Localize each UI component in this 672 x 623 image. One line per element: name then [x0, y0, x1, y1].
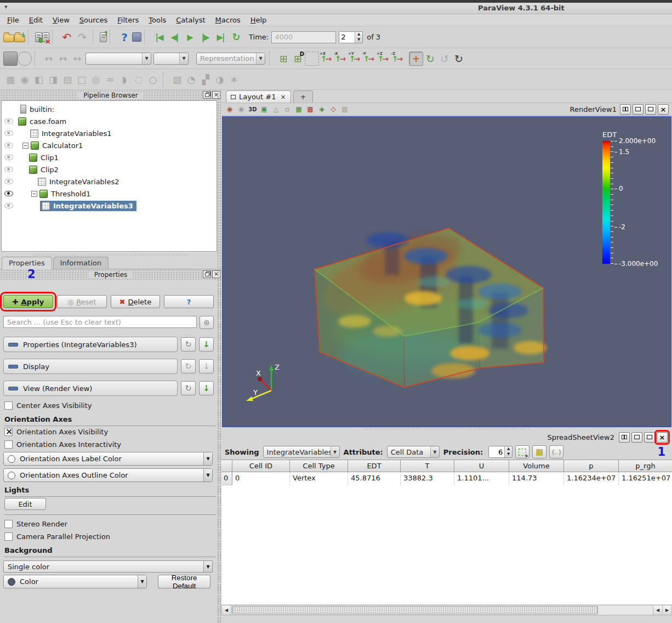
- pipeline-item-content[interactable]: IntegrateVariables1: [30, 129, 112, 138]
- oa-label-color-button[interactable]: Orientation Axes Label Color ▼: [3, 452, 213, 466]
- show-orientation-axes-icon[interactable]: +: [409, 52, 423, 66]
- probe-location-icon[interactable]: ◑: [213, 72, 227, 87]
- pipeline-item-content[interactable]: Clip1: [29, 154, 59, 162]
- next-frame-icon[interactable]: |▶: [197, 30, 213, 45]
- visibility-eye-icon[interactable]: [2, 131, 16, 136]
- pipeline-item-content[interactable]: Threshold1: [39, 190, 90, 198]
- save-screenshot-icon[interactable]: ▣: [259, 104, 269, 114]
- save-data-icon[interactable]: [14, 35, 25, 42]
- pipeline-splitter-handle[interactable]: [33, 253, 189, 257]
- play-icon[interactable]: ▶: [182, 30, 197, 45]
- menu-file[interactable]: File: [2, 15, 24, 25]
- warp-filter-icon[interactable]: ◗: [117, 72, 132, 87]
- spin-up-icon[interactable]: ▲: [355, 32, 362, 37]
- spin-down-icon[interactable]: ▼: [355, 37, 362, 43]
- edit-color-map-icon[interactable]: [18, 52, 32, 66]
- column-header-cell-id[interactable]: Cell ID: [232, 460, 290, 472]
- group-datasets-icon[interactable]: ◌: [132, 72, 146, 87]
- set-view-plus-z-icon[interactable]: ↑→+Z: [376, 52, 390, 66]
- pipeline-item-content[interactable]: Calculator1: [31, 141, 83, 150]
- pipeline-item[interactable]: IntegrateVariables2: [2, 175, 217, 188]
- rotate-90-icon[interactable]: ↻: [452, 52, 466, 66]
- reset-camera-icon[interactable]: ⊞: [276, 52, 291, 66]
- panel-splitter[interactable]: [217, 90, 221, 623]
- column-header-t[interactable]: T: [401, 460, 454, 472]
- rescale-to-data-range-icon[interactable]: ↔: [42, 52, 56, 66]
- chevron-down-icon[interactable]: ▼: [138, 575, 146, 588]
- color-by-component-combo[interactable]: ▼: [153, 53, 189, 65]
- column-header-u[interactable]: U: [454, 460, 509, 472]
- pipeline-item-content[interactable]: IntegrateVariables2: [38, 178, 119, 186]
- set-view-minus-x-icon[interactable]: ↑→-X: [333, 52, 348, 66]
- window-menu-icon[interactable]: ▾: [4, 3, 8, 10]
- select-items-button[interactable]: [515, 445, 529, 458]
- visibility-eye-icon[interactable]: [2, 203, 16, 208]
- background-mode-select[interactable]: Single color ▼: [3, 560, 213, 573]
- previous-frame-icon[interactable]: ◀|: [167, 30, 182, 45]
- first-frame-icon[interactable]: |◀: [151, 30, 167, 45]
- threshold-filter-icon[interactable]: ▤: [60, 72, 75, 87]
- background-color-button[interactable]: Color ▼: [3, 575, 147, 588]
- toggle-column-visibility-button[interactable]: ▦: [532, 445, 546, 458]
- select-surface-points-icon[interactable]: ▫: [282, 104, 292, 114]
- loop-icon[interactable]: ↻: [228, 30, 243, 45]
- tree-expander-icon[interactable]: −: [22, 143, 29, 149]
- glyph-filter-icon[interactable]: ◎: [89, 72, 103, 87]
- pipeline-item-content[interactable]: case.foam: [18, 117, 66, 126]
- edit-lights-button[interactable]: Edit: [4, 498, 46, 510]
- tab-layout1[interactable]: Layout #1 ×: [226, 90, 291, 103]
- reset-defaults-disabled-icon[interactable]: ↻: [181, 359, 196, 373]
- last-frame-icon[interactable]: ▶|: [213, 30, 228, 45]
- showing-select[interactable]: IntegrateVariables2▼: [263, 446, 340, 458]
- table-cell[interactable]: 33882.3: [401, 472, 454, 485]
- capture-screenshot-icon[interactable]: ◉: [236, 104, 246, 114]
- center-axes-visibility-checkbox[interactable]: Center Axes Visibility: [4, 401, 92, 410]
- time-value-input[interactable]: [271, 31, 336, 43]
- frame-spin-arrows[interactable]: ▲▼: [355, 32, 362, 43]
- menu-sources[interactable]: Sources: [75, 15, 112, 25]
- horizontal-scrollbar[interactable]: ◀ ◀ ▶: [221, 605, 672, 615]
- zoom-to-data-icon[interactable]: [305, 52, 319, 66]
- help-properties-button[interactable]: ?: [164, 295, 214, 308]
- tree-expander-icon[interactable]: −: [31, 191, 37, 197]
- set-view-plus-y-icon[interactable]: ↑→+Y: [348, 52, 362, 66]
- close-view-icon[interactable]: ×: [658, 104, 669, 115]
- spin-down-icon[interactable]: ▼: [505, 452, 512, 457]
- close-layout-icon[interactable]: ×: [281, 93, 286, 101]
- pipeline-item[interactable]: Clip1: [2, 151, 217, 163]
- visibility-eye-icon[interactable]: [2, 143, 16, 148]
- table-cell[interactable]: 45.8716: [348, 472, 401, 485]
- slice-filter-icon[interactable]: ◨: [46, 72, 60, 87]
- scrollbar-thumb[interactable]: [232, 606, 598, 614]
- split-horizontal-icon[interactable]: [619, 432, 630, 443]
- column-header-cell-type[interactable]: Cell Type: [290, 460, 348, 472]
- pipeline-item[interactable]: IntegrateVariables1: [2, 127, 217, 139]
- save-defaults-disabled-icon[interactable]: ↓: [199, 359, 214, 373]
- rescale-to-custom-range-icon[interactable]: ↔: [56, 52, 70, 66]
- set-view-minus-y-icon[interactable]: ↑→-Y: [362, 52, 376, 66]
- table-cell[interactable]: 114.73: [509, 472, 564, 485]
- extract-group-icon[interactable]: ○: [146, 72, 160, 87]
- calculator-filter-icon[interactable]: ▦: [3, 72, 18, 87]
- contour-filter-icon[interactable]: ◉: [18, 72, 32, 87]
- close-spreadsheet-icon[interactable]: ×: [657, 432, 668, 443]
- reset-defaults-icon[interactable]: ↻: [181, 337, 196, 352]
- toggle-color-legend-icon[interactable]: [3, 52, 18, 66]
- split-vertical-icon[interactable]: [633, 104, 643, 115]
- plot-over-line-icon[interactable]: ▞: [198, 72, 213, 87]
- restore-default-button[interactable]: Restore Default: [158, 575, 210, 588]
- visibility-eye-icon[interactable]: [2, 179, 16, 184]
- menu-edit[interactable]: Edit: [24, 15, 48, 25]
- column-header-p-rgh[interactable]: p_rgh: [619, 460, 672, 472]
- connect-server-icon[interactable]: [35, 32, 42, 42]
- column-header-edt[interactable]: EDT: [348, 460, 401, 472]
- save-defaults-icon[interactable]: ↓: [199, 381, 214, 395]
- pipeline-item[interactable]: −Threshold1: [2, 188, 217, 200]
- visibility-eye-icon[interactable]: [2, 191, 16, 196]
- visibility-eye-icon[interactable]: [2, 167, 16, 172]
- column-header-volume[interactable]: Volume: [509, 460, 564, 472]
- render-view[interactable]: EDT 2.000e+001.50-2-3.000e+00 Z X Y: [222, 116, 671, 427]
- open-file-icon[interactable]: [3, 35, 14, 42]
- toggle-cell-format-button[interactable]: {..}: [549, 445, 563, 458]
- pipeline-tree[interactable]: builtin:case.foamIntegrateVariables1−Cal…: [1, 100, 217, 252]
